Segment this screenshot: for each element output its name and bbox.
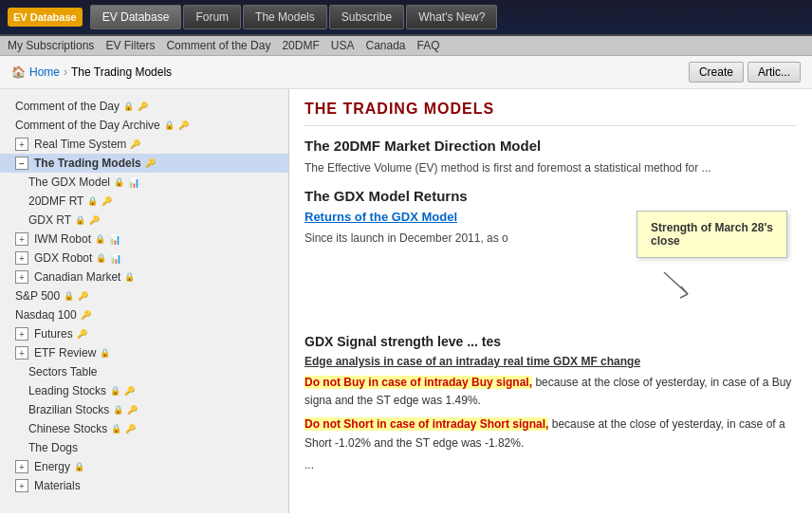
sidebar: Comment of the Day 🔒 🔑 Comment of the Da… bbox=[0, 89, 289, 513]
sidebar-item-leading-stocks[interactable]: Leading Stocks 🔒 🔑 bbox=[0, 381, 288, 400]
key-icon-10: 🔑 bbox=[124, 386, 135, 396]
nav-btn-forum[interactable]: Forum bbox=[183, 5, 241, 29]
expander-canadian[interactable]: + bbox=[15, 270, 28, 284]
etf-review-label: ETF Review bbox=[34, 346, 96, 360]
breadcrumb-separator: › bbox=[64, 65, 67, 79]
lock-icon-3: 🔒 bbox=[114, 177, 124, 187]
canadian-market-label: Canadian Market bbox=[34, 270, 120, 284]
short-signal-line: Do not Short in case of intraday Short s… bbox=[304, 415, 797, 452]
section3-heading: GDX Signal strength leve ... tes bbox=[304, 334, 797, 349]
sidebar-item-etf-review[interactable]: + ETF Review 🔒 bbox=[0, 343, 288, 362]
main-layout: Comment of the Day 🔒 🔑 Comment of the Da… bbox=[0, 89, 812, 513]
sidebar-item-gdx-model[interactable]: The GDX Model 🔒 📊 bbox=[0, 173, 288, 192]
section1-text: The Effective Volume (EV) method is firs… bbox=[304, 159, 797, 176]
futures-label: Futures bbox=[34, 327, 73, 341]
sidebar-item-gdx-robot[interactable]: + GDX Robot 🔒 📊 bbox=[0, 249, 288, 268]
sidebar-item-trading-models[interactable]: − The Trading Models 🔑 bbox=[0, 154, 288, 173]
breadcrumb-current: The Trading Models bbox=[71, 65, 172, 79]
nav-btn-ev-database[interactable]: EV Database bbox=[90, 5, 182, 29]
sidebar-item-materials[interactable]: + Materials bbox=[0, 476, 288, 495]
sec-nav-usa[interactable]: USA bbox=[331, 39, 355, 52]
article-button[interactable]: Artic... bbox=[747, 62, 801, 83]
expander-gdx-robot[interactable]: + bbox=[15, 251, 28, 265]
expander-real-time[interactable]: + bbox=[15, 138, 28, 151]
sidebar-item-the-dogs[interactable]: The Dogs bbox=[0, 438, 288, 457]
sectors-table-label: Sectors Table bbox=[28, 365, 98, 379]
secondary-navigation: My Subscriptions EV Filters Comment of t… bbox=[0, 36, 812, 56]
sidebar-item-brazilian-stocks[interactable]: Brazilian Stocks 🔒 🔑 bbox=[0, 400, 288, 419]
chart-icon-3: 📊 bbox=[110, 253, 121, 264]
expander-iwm[interactable]: + bbox=[15, 232, 28, 246]
sec-nav-comment[interactable]: Comment of the Day bbox=[166, 39, 270, 52]
iwm-robot-label: IWM Robot bbox=[34, 232, 91, 246]
short-signal-highlight: Do not Short in case of intraday Short s… bbox=[304, 417, 548, 431]
lock-icon-10: 🔒 bbox=[100, 348, 110, 358]
sidebar-item-sectors-table[interactable]: Sectors Table bbox=[0, 362, 288, 381]
svg-line-1 bbox=[681, 286, 688, 294]
expander-energy[interactable]: + bbox=[15, 460, 28, 473]
sidebar-item-nasdaq100[interactable]: Nasdaq 100 🔑 bbox=[0, 305, 288, 324]
buy-signal-highlight: Do not Buy in case of intraday Buy signa… bbox=[304, 376, 532, 389]
sidebar-item-sp500[interactable]: S&P 500 🔒 🔑 bbox=[0, 286, 288, 305]
sidebar-item-comment-of-day[interactable]: Comment of the Day 🔒 🔑 bbox=[0, 97, 288, 116]
sidebar-item-iwm-robot[interactable]: + IWM Robot 🔒 📊 bbox=[0, 230, 288, 249]
nav-btn-whats-new[interactable]: What's New? bbox=[406, 5, 497, 29]
lock-icon-9: 🔒 bbox=[64, 291, 74, 301]
comment-archive-label: Comment of the Day Archive bbox=[15, 119, 160, 132]
top-navigation: EV Database EV Database Forum The Models… bbox=[0, 0, 812, 36]
sidebar-item-gdx-rt[interactable]: GDX RT 🔒 🔑 bbox=[0, 211, 288, 230]
the-dogs-label: The Dogs bbox=[28, 441, 78, 454]
lock-icon-4: 🔒 bbox=[87, 196, 98, 206]
content-ellipsis: ... bbox=[304, 458, 797, 471]
key-icon-3: 🔑 bbox=[130, 139, 140, 149]
expander-materials[interactable]: + bbox=[15, 479, 28, 492]
create-button[interactable]: Create bbox=[689, 62, 744, 83]
sidebar-item-futures[interactable]: + Futures 🔑 bbox=[0, 324, 288, 343]
page-title: THE TRADING MODELS bbox=[304, 101, 797, 126]
sidebar-item-canadian-market[interactable]: + Canadian Market 🔒 bbox=[0, 268, 288, 286]
sidebar-item-20dmf-rt[interactable]: 20DMF RT 🔒 🔑 bbox=[0, 192, 288, 211]
nasdaq100-label: Nasdaq 100 bbox=[15, 308, 77, 322]
expander-futures[interactable]: + bbox=[15, 327, 28, 341]
section2-heading: The GDX Model Returns bbox=[304, 188, 797, 204]
logo: EV Database bbox=[8, 8, 83, 27]
sec-nav-ev-filters[interactable]: EV Filters bbox=[105, 39, 155, 52]
sidebar-item-chinese-stocks[interactable]: Chinese Stocks 🔒 🔑 bbox=[0, 419, 288, 438]
breadcrumb-left: 🏠 Home › The Trading Models bbox=[11, 65, 172, 79]
lock-icon-7: 🔒 bbox=[96, 253, 106, 263]
expander-etf[interactable]: + bbox=[15, 346, 28, 360]
buy-signal-line: Do not Buy in case of intraday Buy signa… bbox=[304, 374, 797, 410]
key-icon-7: 🔑 bbox=[78, 291, 88, 301]
lock-icon-2: 🔒 bbox=[164, 120, 175, 130]
sec-nav-faq[interactable]: FAQ bbox=[417, 39, 440, 52]
lock-icon-11: 🔒 bbox=[110, 386, 120, 396]
edge-analysis-label: Edge analysis in case of an intraday rea… bbox=[304, 355, 797, 368]
signal-heading-end: tes bbox=[482, 334, 501, 349]
breadcrumb-home[interactable]: Home bbox=[29, 65, 60, 79]
callout-section: Since its launch in December 2011, as o … bbox=[304, 230, 797, 286]
key-icon: 🔑 bbox=[138, 102, 148, 111]
key-icon-8: 🔑 bbox=[81, 310, 91, 320]
sidebar-item-comment-archive[interactable]: Comment of the Day Archive 🔒 🔑 bbox=[0, 116, 288, 135]
sp500-label: S&P 500 bbox=[15, 289, 60, 303]
key-icon-12: 🔑 bbox=[125, 424, 136, 434]
gdx-robot-label: GDX Robot bbox=[34, 251, 92, 265]
home-icon: 🏠 bbox=[11, 65, 26, 79]
materials-label: Materials bbox=[34, 479, 81, 492]
expander-trading-models[interactable]: − bbox=[15, 157, 28, 170]
signal-heading-suffix: ... bbox=[467, 334, 482, 349]
sec-nav-20dmf[interactable]: 20DMF bbox=[282, 39, 319, 52]
lock-icon-5: 🔒 bbox=[75, 215, 85, 225]
nav-btn-models[interactable]: The Models bbox=[243, 5, 327, 29]
callout-arrow-icon bbox=[655, 268, 702, 301]
sidebar-item-energy[interactable]: + Energy 🔒 bbox=[0, 457, 288, 476]
svg-line-2 bbox=[680, 294, 688, 298]
breadcrumb-actions: Create Artic... bbox=[689, 62, 801, 83]
sidebar-item-real-time-system[interactable]: + Real Time System 🔑 bbox=[0, 135, 288, 154]
callout-line1: Strength of March 28's bbox=[651, 221, 773, 234]
key-icon-9: 🔑 bbox=[77, 329, 87, 339]
sec-nav-subscriptions[interactable]: My Subscriptions bbox=[8, 39, 94, 52]
nav-btn-subscribe[interactable]: Subscribe bbox=[329, 5, 404, 29]
lock-icon-12: 🔒 bbox=[113, 405, 123, 415]
sec-nav-canada[interactable]: Canada bbox=[365, 39, 405, 52]
